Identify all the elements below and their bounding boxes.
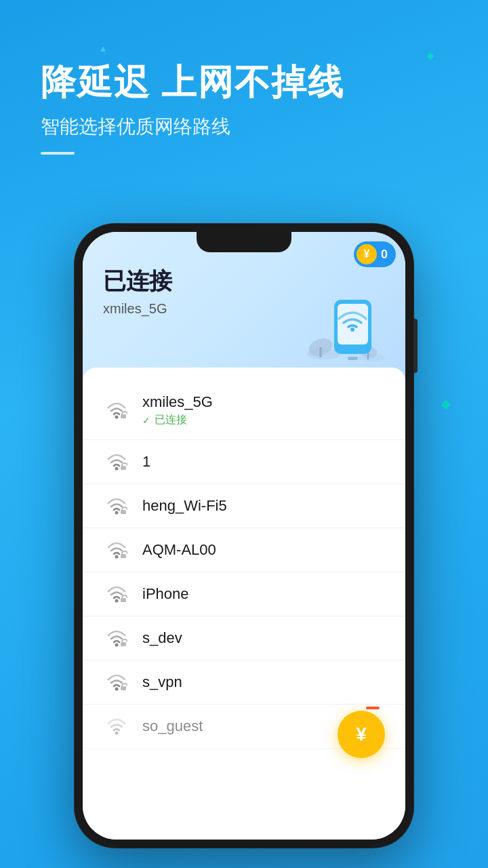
main-subtitle: 智能选择优质网络路线 xyxy=(41,114,447,140)
svg-point-8 xyxy=(350,328,354,332)
network-item[interactable]: iPhone xyxy=(83,572,405,616)
phone-inner: ¥ 0 已连接 xmiles_5G xyxy=(83,232,405,840)
network-info: iPhone xyxy=(142,585,385,603)
network-ssid: heng_Wi-Fi5 xyxy=(142,497,385,515)
network-item[interactable]: 1 xyxy=(83,440,405,484)
header-underline xyxy=(41,152,75,155)
svg-point-22 xyxy=(115,688,119,691)
network-item[interactable]: heng_Wi-Fi5 xyxy=(83,484,405,528)
float-coin-button[interactable]: ¥ xyxy=(338,711,385,758)
screen-header: ¥ 0 已连接 xmiles_5G xyxy=(83,232,405,381)
network-info: xmiles_5G ✓ 已连接 xyxy=(142,393,385,427)
network-item[interactable]: xmiles_5G ✓ 已连接 xyxy=(83,381,405,440)
wifi-icon xyxy=(106,540,127,559)
svg-rect-7 xyxy=(338,304,368,344)
phone-notch xyxy=(197,232,291,252)
phone-outer-shell: ¥ 0 已连接 xmiles_5G xyxy=(75,224,413,848)
svg-point-10 xyxy=(115,416,119,419)
svg-rect-17 xyxy=(121,554,126,558)
wifi-icon-wrap xyxy=(103,540,130,559)
phone-screen: ¥ 0 已连接 xmiles_5G xyxy=(83,232,405,840)
float-dash xyxy=(366,707,380,709)
svg-rect-23 xyxy=(121,686,126,690)
wifi-icon xyxy=(106,673,127,692)
wifi-icon xyxy=(106,717,127,736)
wifi-icon xyxy=(106,452,127,471)
svg-rect-9 xyxy=(348,357,358,360)
coin-icon: ¥ xyxy=(357,244,377,264)
network-info: s_vpn xyxy=(142,673,385,691)
network-item[interactable]: AQM-AL00 xyxy=(83,528,405,572)
svg-point-14 xyxy=(115,511,119,515)
header-section: 降延迟 上网不掉线 智能选择优质网络路线 xyxy=(41,61,447,155)
wifi-icon xyxy=(106,401,127,420)
phone-illustration xyxy=(304,286,392,374)
svg-point-24 xyxy=(115,732,119,735)
svg-rect-15 xyxy=(121,510,126,514)
network-info: 1 xyxy=(142,453,385,471)
phone-mockup: ¥ 0 已连接 xmiles_5G xyxy=(75,224,413,868)
svg-rect-11 xyxy=(121,414,126,418)
wifi-icon-wrap xyxy=(103,401,130,420)
network-ssid: 1 xyxy=(142,453,385,471)
svg-rect-19 xyxy=(121,598,126,602)
svg-point-20 xyxy=(115,644,119,647)
coin-badge[interactable]: ¥ 0 xyxy=(354,241,396,267)
network-ssid: xmiles_5G xyxy=(142,393,385,411)
network-item[interactable]: s_vpn xyxy=(83,660,405,705)
network-list: xmiles_5G ✓ 已连接 xyxy=(83,381,405,840)
wifi-icon-wrap xyxy=(103,673,130,692)
wifi-icon xyxy=(106,585,127,604)
svg-point-12 xyxy=(115,467,119,471)
coin-count: 0 xyxy=(381,248,388,262)
float-coin-icon: ¥ xyxy=(356,724,367,745)
network-item[interactable]: s_dev xyxy=(83,616,405,660)
check-icon: ✓ xyxy=(142,415,150,426)
main-title: 降延迟 上网不掉线 xyxy=(41,61,447,103)
wifi-icon-wrap xyxy=(103,452,130,471)
wifi-icon xyxy=(106,629,127,648)
svg-point-16 xyxy=(115,555,119,559)
svg-rect-13 xyxy=(121,466,126,470)
wifi-icon-wrap xyxy=(103,717,130,736)
network-ssid: AQM-AL00 xyxy=(142,541,385,559)
svg-point-18 xyxy=(115,599,119,603)
wifi-icon-wrap xyxy=(103,585,130,604)
wifi-icon-wrap xyxy=(103,629,130,648)
wave-divider xyxy=(83,368,405,381)
network-info: heng_Wi-Fi5 xyxy=(142,497,385,515)
network-info: AQM-AL00 xyxy=(142,541,385,559)
network-ssid-iphone: iPhone xyxy=(142,585,385,603)
network-info: s_dev xyxy=(142,629,385,647)
connected-status-text: 已连接 xyxy=(155,413,187,427)
svg-rect-21 xyxy=(121,642,126,646)
connected-sub: ✓ 已连接 xyxy=(142,413,385,427)
network-ssid: s_dev xyxy=(142,629,385,647)
wifi-icon-wrap xyxy=(103,496,130,515)
network-ssid: s_vpn xyxy=(142,673,385,691)
wifi-icon xyxy=(106,496,127,515)
